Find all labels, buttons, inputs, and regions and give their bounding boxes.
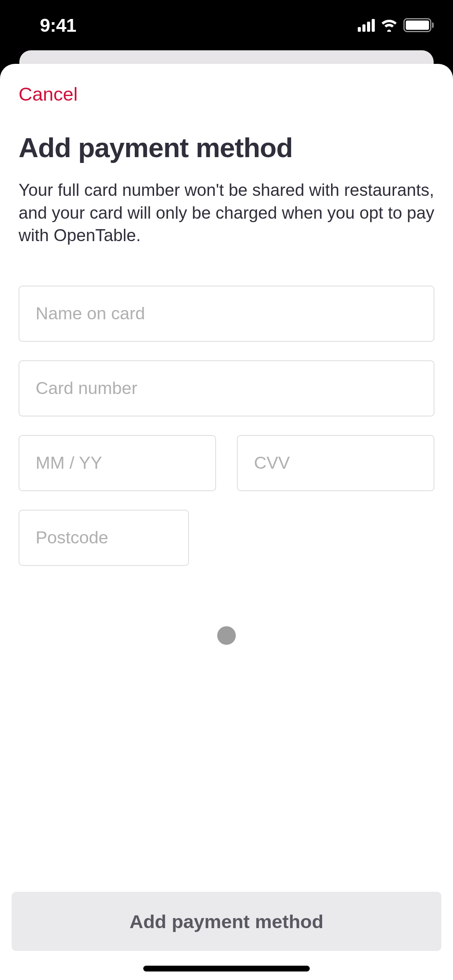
postcode-input[interactable]: [19, 510, 189, 566]
submit-area: Add payment method: [12, 892, 441, 951]
cvv-input[interactable]: [237, 435, 434, 491]
postcode-row: [19, 510, 434, 566]
battery-icon: [403, 18, 434, 32]
modal-sheet: Cancel Add payment method Your full card…: [0, 64, 453, 980]
wifi-icon: [380, 19, 398, 32]
expiry-input[interactable]: [19, 435, 216, 491]
cellular-signal-icon: [358, 19, 375, 32]
add-payment-method-button[interactable]: Add payment method: [12, 892, 441, 951]
status-time: 9:41: [0, 15, 116, 36]
payment-form: [19, 286, 434, 566]
cancel-button[interactable]: Cancel: [19, 83, 78, 105]
home-indicator[interactable]: [143, 966, 310, 971]
device-frame: 9:41 Cancel Add payment method Your fu: [0, 0, 453, 980]
card-number-input[interactable]: [19, 360, 434, 416]
name-on-card-input[interactable]: [19, 286, 434, 342]
expiry-cvv-row: [19, 435, 434, 491]
page-description: Your full card number won't be shared wi…: [19, 179, 434, 247]
loading-indicator-icon: [217, 626, 236, 645]
status-icons: [358, 18, 434, 32]
status-bar: 9:41: [0, 0, 453, 50]
page-title: Add payment method: [19, 132, 434, 163]
